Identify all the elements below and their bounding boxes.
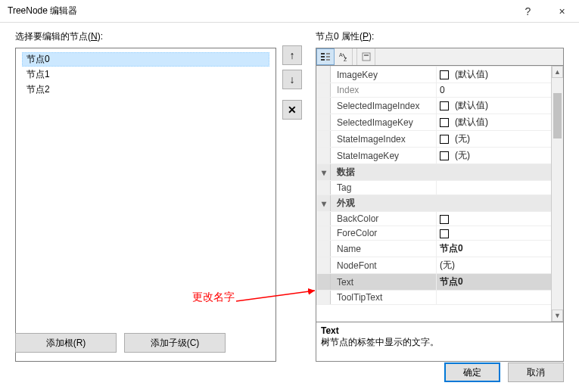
property-name: SelectedImageKey <box>331 114 437 131</box>
help-button[interactable]: ? <box>511 0 545 23</box>
dialog-window: TreeNode 编辑器 ? × 选择要编辑的节点(N): 节点0 节点1 节点… <box>0 0 579 392</box>
tree-node[interactable]: 节点1 <box>22 67 269 82</box>
color-swatch <box>440 118 449 127</box>
dialog-content: 选择要编辑的节点(N): 节点0 节点1 节点2 ↑ ↓ ✕ 节点0 属性(P)… <box>0 23 579 362</box>
node-controls: ↑ ↓ ✕ <box>282 45 302 362</box>
property-row[interactable]: SelectedImageKey(默认值) <box>317 114 563 131</box>
scrollbar[interactable]: ▲ ▼ <box>551 66 563 322</box>
property-name: ImageKey <box>331 67 437 83</box>
property-name: BackColor <box>331 212 437 226</box>
svg-text:Z: Z <box>344 57 347 62</box>
property-value[interactable]: (默认值) <box>437 98 563 114</box>
description-text: 树节点的标签中显示的文字。 <box>321 336 559 349</box>
svg-rect-0 <box>321 53 325 54</box>
add-child-button[interactable]: 添加子级(C) <box>124 333 226 353</box>
property-value[interactable]: 0 <box>437 83 563 98</box>
properties-label: 节点0 属性(P): <box>316 30 564 43</box>
property-row[interactable]: StateImageKey(无) <box>317 148 563 164</box>
property-row[interactable]: Tag <box>317 181 563 195</box>
property-name: Name <box>331 241 437 257</box>
svg-rect-9 <box>363 53 370 61</box>
property-value[interactable] <box>437 226 563 241</box>
scroll-thumb[interactable] <box>553 93 562 138</box>
svg-rect-1 <box>321 56 325 58</box>
property-value[interactable]: (无) <box>437 257 563 274</box>
property-value[interactable]: 节点0 <box>437 274 563 291</box>
property-value[interactable]: 节点0 <box>437 241 563 257</box>
property-value[interactable] <box>437 291 563 305</box>
property-category[interactable]: ▾数据 <box>317 164 563 181</box>
property-value[interactable]: (默认值) <box>437 114 563 131</box>
property-name: ForeColor <box>331 226 437 241</box>
property-name: NodeFont <box>331 257 437 274</box>
tree-node[interactable]: 节点2 <box>22 82 269 97</box>
categorized-icon[interactable] <box>316 48 335 65</box>
property-row[interactable]: BackColor <box>317 212 563 226</box>
svg-rect-5 <box>326 59 330 61</box>
color-swatch <box>440 135 449 144</box>
property-value[interactable]: (无) <box>437 131 563 148</box>
property-name: ToolTipText <box>331 291 437 305</box>
property-name: StateImageIndex <box>331 131 437 148</box>
cancel-button[interactable]: 取消 <box>508 362 564 382</box>
property-value[interactable]: (默认值) <box>437 67 563 83</box>
property-pages-icon[interactable] <box>357 48 375 65</box>
scroll-down-icon[interactable]: ▼ <box>552 310 563 322</box>
property-grid[interactable]: ImageKey(默认值)Index0SelectedImageIndex(默认… <box>316 66 564 322</box>
property-name: SelectedImageIndex <box>331 98 437 114</box>
color-swatch <box>440 70 449 79</box>
delete-button[interactable]: ✕ <box>282 100 302 120</box>
move-down-button[interactable]: ↓ <box>282 70 302 89</box>
titlebar: TreeNode 编辑器 ? × <box>0 0 579 23</box>
scroll-up-icon[interactable]: ▲ <box>552 66 563 78</box>
property-name: Index <box>331 83 437 98</box>
color-swatch <box>440 229 449 238</box>
expand-icon[interactable]: ▾ <box>317 164 331 181</box>
svg-rect-2 <box>321 59 325 61</box>
expand-icon[interactable]: ▾ <box>317 195 331 212</box>
property-name: StateImageKey <box>331 148 437 164</box>
description-title: Text <box>321 325 559 336</box>
svg-rect-3 <box>326 53 330 54</box>
property-row[interactable]: NodeFont(无) <box>317 257 563 274</box>
left-pane: 选择要编辑的节点(N): 节点0 节点1 节点2 <box>15 30 276 362</box>
property-row[interactable]: StateImageIndex(无) <box>317 131 563 148</box>
property-row[interactable]: Index0 <box>317 83 563 98</box>
property-row[interactable]: SelectedImageIndex(默认值) <box>317 98 563 114</box>
svg-text:A: A <box>339 52 343 58</box>
description-panel: Text 树节点的标签中显示的文字。 <box>316 322 564 362</box>
tree-node[interactable]: 节点0 <box>22 52 269 67</box>
property-row[interactable]: Name节点0 <box>317 241 563 257</box>
property-value[interactable]: (无) <box>437 148 563 164</box>
svg-rect-10 <box>364 54 369 56</box>
dialog-footer: 确定 取消 <box>0 362 579 387</box>
category-name: 数据 <box>331 164 563 181</box>
property-value[interactable] <box>437 212 563 226</box>
color-swatch <box>440 101 449 110</box>
right-pane: 节点0 属性(P): AZ ImageKey(默认值)Index0Selecte… <box>316 30 564 362</box>
property-grid-toolbar: AZ <box>316 48 564 66</box>
color-swatch <box>440 215 449 224</box>
property-name: Text <box>331 274 437 291</box>
property-row[interactable]: ImageKey(默认值) <box>317 67 563 83</box>
window-title: TreeNode 编辑器 <box>8 5 511 17</box>
alphabetical-icon[interactable]: AZ <box>335 48 353 65</box>
property-name: Tag <box>331 181 437 195</box>
property-row[interactable]: ToolTipText <box>317 291 563 305</box>
add-root-button[interactable]: 添加根(R) <box>15 333 117 353</box>
close-button[interactable]: × <box>545 0 579 23</box>
category-name: 外观 <box>331 195 563 212</box>
color-swatch <box>440 151 449 160</box>
property-category[interactable]: ▾外观 <box>317 195 563 212</box>
property-row[interactable]: ForeColor <box>317 226 563 241</box>
tree-label: 选择要编辑的节点(N): <box>15 30 276 43</box>
property-row[interactable]: Text节点0 <box>317 274 563 291</box>
move-up-button[interactable]: ↑ <box>282 45 302 65</box>
tree-view[interactable]: 节点0 节点1 节点2 <box>15 48 276 362</box>
ok-button[interactable]: 确定 <box>444 362 500 382</box>
property-value[interactable] <box>437 181 563 195</box>
svg-rect-4 <box>326 56 330 58</box>
add-buttons: 添加根(R) 添加子级(C) <box>15 333 226 353</box>
